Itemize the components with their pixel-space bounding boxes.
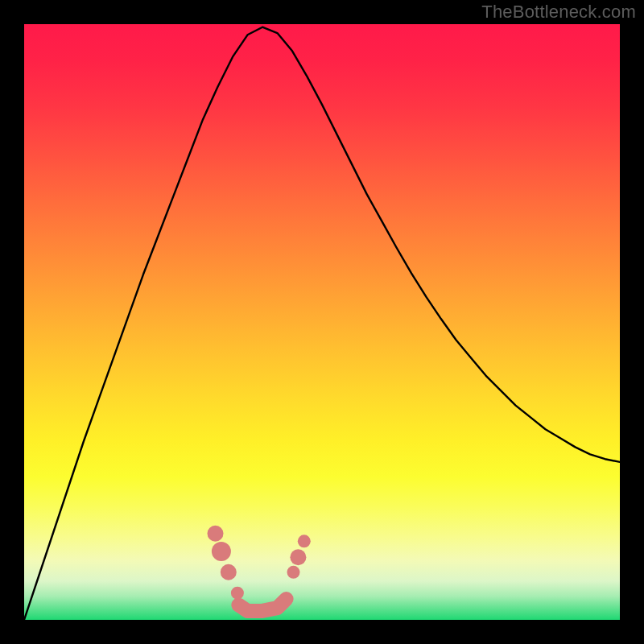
- bottleneck-curve: [24, 24, 620, 620]
- curve-marker: [290, 549, 306, 565]
- curve-marker: [298, 535, 311, 547]
- curve-marker: [208, 526, 224, 542]
- watermark-text: TheBottleneck.com: [481, 2, 636, 23]
- curve-marker: [221, 564, 237, 580]
- curve-marker: [212, 542, 231, 561]
- curve-marker: [287, 566, 300, 579]
- curve-marker: [231, 587, 244, 600]
- plot-area: [24, 24, 620, 620]
- chart-frame: TheBottleneck.com: [0, 0, 644, 644]
